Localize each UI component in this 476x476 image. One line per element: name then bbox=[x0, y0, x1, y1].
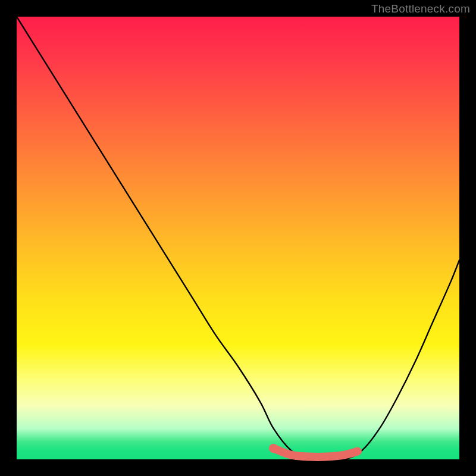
svg-point-0 bbox=[269, 444, 278, 453]
chart-svg bbox=[17, 17, 459, 459]
optimal-band bbox=[269, 444, 358, 457]
plot-area bbox=[17, 17, 459, 459]
chart-frame: TheBottleneck.com bbox=[0, 0, 476, 476]
bottleneck-curve bbox=[17, 17, 459, 460]
watermark-text: TheBottleneck.com bbox=[371, 2, 470, 15]
